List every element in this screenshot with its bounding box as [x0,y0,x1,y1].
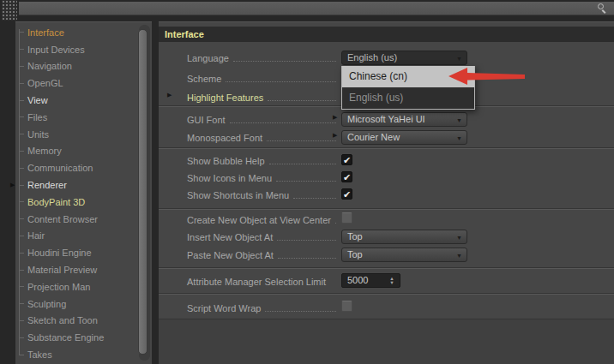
gui-font-dropdown[interactable]: Microsoft YaHei UI ▼ [341,112,467,127]
show-shortcuts-in-menu-checkbox[interactable]: ✔ [341,188,352,200]
highlight-features-row: Highlight Features [187,90,338,104]
interface-settings-panel: Interface Language English (us) ▼ Scheme… [159,21,614,364]
show-icons-in-menu-checkbox[interactable]: ✔ [341,171,352,182]
window-grip[interactable] [2,0,17,21]
insert-new-object-row: Insert New Object At [187,230,338,244]
paste-new-object-row: Paste New Object At [187,248,338,262]
sidebar-item-label: Material Preview [27,265,97,275]
tree-dash [19,236,24,236]
monospaced-font-dropdown[interactable]: Courier New ▼ [341,130,467,145]
chevron-down-icon: ▼ [456,134,462,142]
dotted-leader [268,100,336,101]
sidebar-item-units[interactable]: Units [19,126,138,143]
check-icon: ✔ [343,155,352,165]
sidebar-item-communication[interactable]: Communication [19,159,138,176]
show-shortcuts-in-menu-label: Show Shortcuts in Menu [187,189,289,202]
tree-dash [19,134,24,134]
dotted-leader [226,81,336,82]
gui-font-row: GUI Font [187,112,338,127]
dotted-leader [233,61,336,62]
sidebar-item-label: Input Devices [27,45,85,55]
expand-arrow-icon[interactable]: ▶ [333,114,337,121]
sidebar-item-material-preview[interactable]: Material Preview [19,261,138,278]
sidebar-item-label: View [27,95,48,105]
search-icon[interactable] [597,3,607,14]
attribute-manager-limit-input[interactable]: 5000 ▲ ▼ [341,273,400,288]
sidebar-item-interface[interactable]: Interface [19,24,138,41]
sidebar-scrollbar-track[interactable] [139,25,150,361]
sidebar-item-bodypaint-3d[interactable]: BodyPaint 3D [19,194,138,211]
page-title: Interface [159,27,614,42]
language-dropdown-value: English (us) [347,52,397,63]
scheme-label: Scheme [187,73,221,86]
language-row: Language [187,51,338,65]
sidebar-item-opengl[interactable]: OpenGL [19,75,138,92]
dotted-leader [278,258,336,259]
insert-new-object-dropdown[interactable]: Top ▼ [341,230,467,244]
sidebar-item-houdini-engine[interactable]: Houdini Engine [19,244,138,261]
sidebar-item-projection-man[interactable]: Projection Man [19,278,138,295]
sidebar-item-takes[interactable]: Takes [19,346,138,363]
search-bar[interactable] [19,2,614,15]
expand-arrow-icon[interactable]: ▶ [167,92,172,98]
language-dropdown[interactable]: English (us) ▼ [341,51,467,65]
sidebar-item-sculpting[interactable]: Sculpting [19,295,138,313]
sidebar-item-label: Projection Man [27,282,90,292]
show-bubble-help-checkbox[interactable]: ✔ [341,154,352,165]
sidebar-item-substance-engine[interactable]: Substance Engine [19,329,138,346]
sidebar-item-input-devices[interactable]: Input Devices [19,41,138,58]
section-separator [159,147,614,149]
gui-font-value: Microsoft YaHei UI [347,114,425,124]
number-spinner[interactable]: ▲ ▼ [387,275,397,286]
spinner-down-icon[interactable]: ▼ [389,281,394,285]
sidebar-item-memory[interactable]: Memory [19,143,138,160]
scheme-row: Scheme [187,71,338,86]
section-separator [159,208,614,210]
tree-dash [19,185,24,186]
sidebar-item-label: Houdini Engine [27,248,92,258]
sidebar-scrollbar-thumb[interactable] [138,29,147,355]
script-word-wrap-checkbox[interactable] [341,301,352,312]
dotted-leader [293,198,336,199]
sidebar-item-sketch-and-toon[interactable]: Sketch and Toon [19,313,138,330]
check-icon: ✔ [343,172,352,182]
menu-option-chinese-cn-[interactable]: Chinese (cn) [342,66,474,87]
sidebar-item-hair[interactable]: Hair [19,228,138,245]
preferences-sidebar: InterfaceInput DevicesNavigationOpenGLVi… [15,21,152,364]
tree-dash [19,116,24,117]
sidebar-item-label: Renderer [27,180,67,190]
show-icons-in-menu-row: Show Icons in Menu [187,170,338,185]
dotted-leader [276,181,336,182]
panel-empty-area [159,319,614,364]
tree-dash [19,201,24,202]
sidebar-item-navigation[interactable]: Navigation [19,58,138,75]
paste-new-object-label: Paste New Object At [187,249,274,262]
paste-new-object-dropdown[interactable]: Top ▼ [341,248,467,262]
insert-new-object-label: Insert New Object At [187,231,273,244]
sidebar-item-label: Files [27,112,47,122]
sidebar-item-renderer[interactable]: ▶Renderer [19,176,138,194]
sidebar-item-content-browser[interactable]: Content Browser [19,211,138,228]
expand-arrow-icon[interactable]: ▶ [333,132,337,139]
tree-dash [19,355,24,355]
insert-new-object-value: Top [347,231,363,242]
tree-dash [19,253,24,254]
highlight-features-label: Highlight Features [187,92,263,104]
attribute-manager-limit-value: 5000 [347,275,368,285]
create-new-object-checkbox[interactable] [341,212,352,224]
expand-arrow-icon[interactable]: ▶ [10,182,15,188]
sidebar-item-label: Takes [27,349,52,360]
sidebar-item-view[interactable]: View [19,92,138,109]
dotted-leader [265,311,336,312]
sidebar-item-label: Sketch and Toon [27,315,98,325]
sidebar-item-files[interactable]: Files [19,109,138,126]
paste-new-object-value: Top [347,249,363,260]
sidebar-item-label: Content Browser [27,214,98,224]
monospaced-font-label: Monospaced Font [187,132,262,145]
gui-font-label: GUI Font [187,114,226,127]
chevron-down-icon: ▼ [456,55,462,63]
menu-option-english-us-[interactable]: English (us) [342,87,474,109]
monospaced-font-value: Courier New [347,132,400,142]
tree-dash [19,218,24,219]
dotted-leader [230,122,336,123]
